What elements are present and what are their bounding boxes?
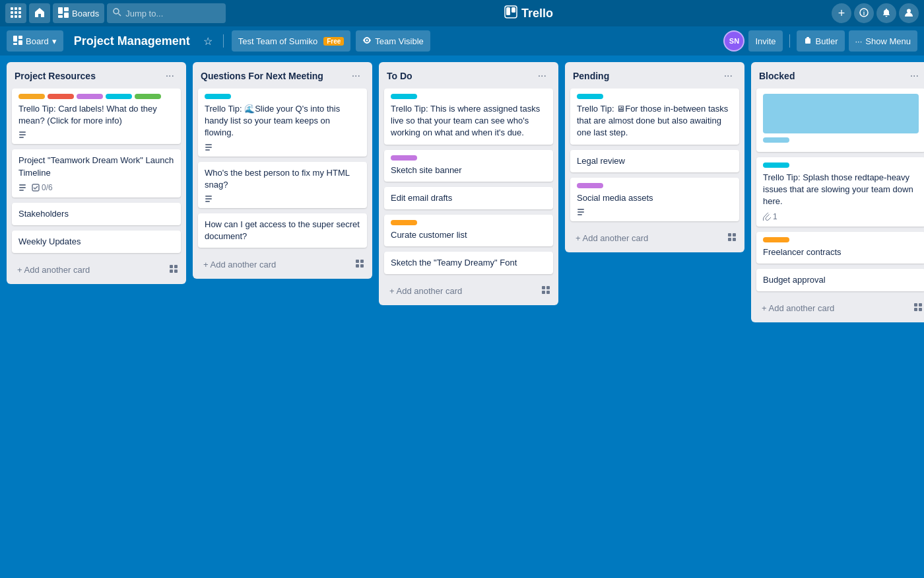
card[interactable]: Trello Tip: Splash those redtape-heavy i… <box>756 157 924 227</box>
template-button[interactable] <box>911 300 924 316</box>
card[interactable]: Who's the best person to fix my HTML sna… <box>198 162 367 208</box>
star-button[interactable]: ☆ <box>201 30 215 52</box>
card[interactable]: Freelancer contracts <box>756 232 924 264</box>
label-orange <box>391 220 417 225</box>
svg-rect-56 <box>578 214 582 215</box>
list-cards: Trello Tip: 🖥For those in-between tasks … <box>565 89 744 227</box>
card[interactable]: Curate customer list <box>384 215 553 246</box>
list-menu-button[interactable]: ··· <box>162 69 178 83</box>
svg-rect-52 <box>542 291 545 294</box>
board-title[interactable]: Project Management <box>69 32 195 51</box>
svg-rect-6 <box>11 15 13 18</box>
add-card-button[interactable]: + Add another card <box>756 299 911 317</box>
team-button[interactable]: Test Team of Sumiko Free <box>232 30 351 52</box>
visibility-button[interactable]: Team Visible <box>356 30 430 52</box>
invite-button[interactable]: Invite <box>748 30 782 52</box>
card[interactable]: Weekly Updates <box>12 231 181 253</box>
card-labels <box>391 94 546 99</box>
home-button[interactable] <box>29 3 50 23</box>
search-bar[interactable] <box>107 3 226 23</box>
list-cards: Trello Tip: This is where assigned tasks… <box>379 89 558 279</box>
card[interactable] <box>756 89 924 152</box>
list-title: Pending <box>573 71 609 81</box>
trello-logo-icon <box>504 5 517 21</box>
list-menu-button[interactable]: ··· <box>348 69 364 83</box>
svg-rect-22 <box>18 36 22 39</box>
card[interactable]: Trello Tip: This is where assigned tasks… <box>384 89 553 145</box>
svg-rect-23 <box>18 40 22 45</box>
template-button[interactable] <box>166 262 181 278</box>
add-card-button[interactable]: + Add another card <box>198 256 352 273</box>
avatar[interactable]: SN <box>723 30 744 52</box>
svg-rect-55 <box>578 211 584 213</box>
card-text: Weekly Updates <box>18 236 174 248</box>
card[interactable]: Sketch site banner <box>384 150 553 182</box>
list-cards: Trello Tip: Card labels! What do they me… <box>7 89 186 258</box>
label-purple <box>77 94 103 99</box>
svg-rect-1 <box>15 7 17 10</box>
list-header: Project Resources··· <box>7 62 186 89</box>
card-text: Stakeholders <box>18 208 174 220</box>
add-card-button[interactable]: + Add another card <box>12 261 166 279</box>
list-cards: Trello Tip: 🌊Slide your Q's into this ha… <box>193 89 372 253</box>
card[interactable]: Project "Teamwork Dream Work" Launch Tim… <box>12 149 181 197</box>
show-menu-label: Show Menu <box>865 36 911 46</box>
board-view-button[interactable]: Board ▾ <box>7 30 63 52</box>
boards-button[interactable]: Boards <box>53 3 104 23</box>
butler-icon <box>803 36 812 47</box>
card[interactable]: Trello Tip: 🖥For those in-between tasks … <box>570 89 739 145</box>
svg-point-27 <box>806 40 807 42</box>
card-text: Trello Tip: This is where assigned tasks… <box>391 103 546 139</box>
card[interactable]: Social media assets <box>570 178 739 221</box>
card[interactable]: Budget approval <box>756 269 924 291</box>
card-labels <box>391 220 546 225</box>
list-header: Pending··· <box>565 62 744 89</box>
add-button[interactable]: + <box>832 3 851 23</box>
card-labels <box>763 163 919 168</box>
visibility-label: Team Visible <box>375 36 423 46</box>
person-icon <box>904 8 913 19</box>
svg-rect-17 <box>512 7 515 13</box>
notifications-button[interactable] <box>876 3 896 23</box>
board-header: Board ▾ Project Management ☆ Test Team o… <box>0 26 924 55</box>
card[interactable]: Stakeholders <box>12 203 181 225</box>
label-cyan <box>763 163 789 168</box>
svg-rect-21 <box>13 36 17 42</box>
card[interactable]: Trello Tip: 🌊Slide your Q's into this ha… <box>198 89 367 157</box>
card[interactable]: Trello Tip: Card labels! What do they me… <box>12 89 181 144</box>
plus-icon: + <box>838 7 845 20</box>
list-menu-button[interactable]: ··· <box>906 69 923 83</box>
card[interactable]: Edit email drafts <box>384 187 553 209</box>
card[interactable]: Sketch the "Teamy Dreamy" Font <box>384 252 553 274</box>
template-button[interactable] <box>352 256 367 273</box>
search-input[interactable] <box>125 9 211 18</box>
card[interactable]: Legal review <box>570 150 739 172</box>
description-badge <box>18 131 26 139</box>
butler-button[interactable]: Butler <box>797 30 845 52</box>
list-menu-button[interactable]: ··· <box>534 69 550 83</box>
card-footer <box>205 143 360 151</box>
add-card-button[interactable]: + Add another card <box>570 229 725 247</box>
header-divider <box>223 34 224 48</box>
list-menu-button[interactable]: ··· <box>720 69 737 83</box>
info-button[interactable]: i <box>854 3 874 23</box>
star-icon: ☆ <box>203 35 213 48</box>
chevron-down-icon: ▾ <box>52 36 57 46</box>
card[interactable]: How can I get access to the super secret… <box>198 213 367 248</box>
grid-menu-button[interactable] <box>5 3 26 23</box>
template-button[interactable] <box>539 283 553 299</box>
profile-button[interactable] <box>899 3 919 23</box>
board-label: Board <box>26 36 49 46</box>
visibility-icon <box>362 36 372 47</box>
add-card-button[interactable]: + Add another card <box>384 282 539 300</box>
svg-point-20 <box>907 9 911 13</box>
svg-rect-49 <box>360 264 364 268</box>
add-card-area: + Add another card <box>751 297 924 322</box>
template-button[interactable] <box>725 230 739 246</box>
info-icon: i <box>859 8 869 19</box>
svg-rect-30 <box>19 134 26 135</box>
free-badge: Free <box>323 37 344 46</box>
card-text: Legal review <box>577 155 733 167</box>
svg-line-14 <box>119 14 121 17</box>
show-menu-button[interactable]: ··· Show Menu <box>849 30 918 52</box>
